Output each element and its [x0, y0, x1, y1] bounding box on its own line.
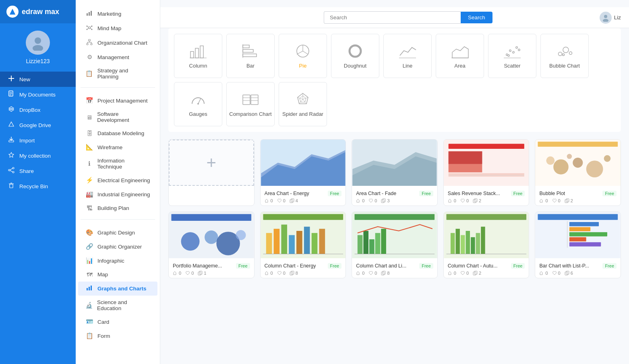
mid-nav-infographic-label: Infographic [97, 258, 124, 264]
template-sales-revenue[interactable]: Sales Revenue Stack... Free 0 0 2 [443, 139, 530, 206]
svg-point-31 [87, 29, 88, 30]
chart-type-area[interactable]: Area [436, 34, 484, 78]
template-portfolio[interactable]: Portfolio Manageme... Free 0 0 1 [168, 212, 254, 278]
share-icon [7, 167, 15, 175]
chart-type-line[interactable]: Line [383, 34, 432, 78]
col-energy-badge: Free [328, 263, 342, 269]
mid-nav-item-marketing[interactable]: Marketing [78, 7, 157, 21]
bubble-plot-meta: Bubble Plot Free [539, 191, 617, 196]
svg-rect-24 [91, 11, 92, 16]
mid-nav-item-science[interactable]: 🔬 Science and Education [78, 296, 157, 315]
search-wrap: Search [217, 11, 600, 24]
search-input[interactable] [324, 11, 461, 24]
mid-nav-item-form[interactable]: 📋 Form [78, 329, 157, 343]
search-button[interactable]: Search [461, 12, 492, 23]
chart-type-bubble[interactable]: Bubble Chart [540, 34, 589, 78]
chart-type-pie[interactable]: Pie [279, 34, 327, 78]
template-bar-list[interactable]: Bar Chart with List-P... Free 0 0 6 [535, 212, 621, 278]
sidebar-item-dropbox[interactable]: DropBox [0, 102, 76, 117]
mid-nav-item-infographic[interactable]: 📊 Infographic [78, 254, 157, 267]
mid-nav-item-info[interactable]: ℹ Information Technique [78, 154, 157, 173]
svg-rect-161 [538, 214, 618, 220]
chart-type-pie-label: Pie [299, 63, 307, 69]
mid-nav-item-database[interactable]: 🗄 Database Modeling [78, 127, 157, 140]
sidebar-item-import[interactable]: Import [0, 133, 76, 148]
sidebar-item-recycle[interactable]: Recycle Bin [0, 179, 76, 194]
template-col-energy[interactable]: Column Chart - Energy Free 0 0 8 [260, 212, 346, 278]
graphs-icon [85, 285, 93, 292]
mid-nav-top: Marketing Mind Map Organizational Chart … [76, 4, 160, 84]
svg-rect-153 [466, 231, 470, 254]
chart-type-scatter[interactable]: Scatter [488, 34, 536, 78]
mid-nav-item-org-chart[interactable]: Organizational Chart [78, 36, 157, 50]
template-add-new[interactable]: + [168, 139, 254, 206]
mid-nav-item-building[interactable]: 🏗 Building Plan [78, 202, 157, 215]
mid-nav-item-mind-map[interactable]: Mind Map [78, 21, 157, 35]
svg-point-64 [509, 49, 511, 51]
svg-point-25 [89, 27, 91, 29]
mid-nav-item-management[interactable]: ⚙ Management [78, 50, 157, 64]
bubble-plot-stats: 0 0 2 [539, 198, 617, 203]
chart-type-gauges-label: Gauges [189, 111, 207, 117]
col-li-meta: Column Chart and Li... Free [356, 263, 433, 269]
mid-nav-item-electrical[interactable]: ⚡ Electrical Engineering [78, 173, 157, 187]
chart-type-doughnut[interactable]: Doughnut [331, 34, 379, 78]
svg-line-86 [303, 99, 306, 104]
svg-point-32 [91, 26, 93, 27]
svg-point-0 [35, 37, 41, 44]
sidebar-item-collection-label: My collection [19, 153, 51, 159]
mid-nav-item-software[interactable]: 🖥 Software Development [78, 108, 157, 126]
sidebar-item-share[interactable]: Share [0, 163, 76, 179]
col-li-thumb [352, 212, 437, 258]
mid-nav-item-graphs[interactable]: Graphs and Charts [78, 282, 157, 296]
bar-list-likes: 0 [539, 271, 548, 276]
mid-nav-item-card[interactable]: 🪪 Card [78, 315, 157, 329]
sidebar-item-recycle-label: Recycle Bin [19, 183, 48, 189]
card-icon: 🪪 [85, 318, 93, 325]
template-area-energy[interactable]: Area Chart - Energy Free 0 0 4 [260, 139, 346, 206]
col-energy-info: Column Chart - Energy Free 0 0 8 [261, 258, 346, 278]
chart-type-bar[interactable]: Bar [226, 34, 275, 78]
svg-marker-61 [452, 47, 468, 58]
chart-type-comparison[interactable]: Comparison Chart [226, 82, 275, 126]
chart-type-gauges[interactable]: Gauges [174, 82, 222, 126]
mid-nav-middle: 📅 Project Management 🖥 Software Developm… [76, 91, 160, 216]
sidebar-item-my-documents[interactable]: My Documents [0, 87, 76, 102]
mid-nav-item-industrial[interactable]: 🏭 Industrial Engineering [78, 187, 157, 201]
mid-nav-item-graphic-org[interactable]: 🔗 Graphic Organizer [78, 240, 157, 253]
mid-nav-item-map[interactable]: 🗺 Map [78, 268, 157, 281]
user-profile: Lizzie123 [0, 23, 76, 70]
svg-point-120 [205, 230, 218, 244]
topbar: Search Liz [160, 7, 629, 28]
bar-list-copies: 6 [565, 271, 573, 276]
chart-type-column[interactable]: Column [174, 34, 222, 78]
mid-nav-mindmap-label: Mind Map [97, 25, 121, 31]
import-icon [7, 136, 15, 144]
sidebar-item-google-drive[interactable]: Google Drive [0, 117, 76, 133]
chart-type-spider[interactable]: Spider and Radar [279, 82, 327, 126]
sidebar-item-new[interactable]: New [0, 72, 76, 87]
sidebar-item-dropbox-label: DropBox [19, 107, 41, 113]
area-energy-hearts: 0 [277, 198, 286, 203]
template-col-li[interactable]: Column Chart and Li... Free 0 0 8 [352, 212, 438, 278]
svg-point-44 [604, 15, 607, 18]
mid-nav-item-project[interactable]: 📅 Project Management [78, 94, 157, 107]
template-area-fade[interactable]: Area Chart - Fade Free 0 0 3 [352, 139, 438, 206]
template-bubble-plot[interactable]: Bubble Plot Free 0 0 2 [535, 139, 621, 206]
mid-nav-item-strategy[interactable]: 📋 Strategy and Planning [78, 64, 157, 83]
sales-revenue-stats: 0 0 2 [448, 198, 525, 203]
svg-point-45 [603, 19, 608, 22]
science-icon: 🔬 [85, 302, 93, 309]
mid-nav-item-graphic-design[interactable]: 🎨 Graphic Design [78, 226, 157, 239]
bubble-plot-hearts: 0 [552, 198, 561, 203]
svg-rect-102 [449, 151, 482, 164]
col-autu-hearts: 0 [460, 271, 469, 276]
bubble-plot-thumb [535, 140, 621, 186]
mid-nav-item-wireframe[interactable]: 📐 Wireframe [78, 140, 157, 154]
sidebar-item-my-collection[interactable]: My collection [0, 148, 76, 163]
svg-rect-127 [266, 233, 272, 254]
wireframe-icon: 📐 [85, 144, 93, 151]
svg-line-18 [10, 171, 12, 172]
area-fade-badge: Free [419, 191, 433, 196]
template-col-autu[interactable]: Column Chart - Autu... Free 0 0 2 [443, 212, 530, 278]
